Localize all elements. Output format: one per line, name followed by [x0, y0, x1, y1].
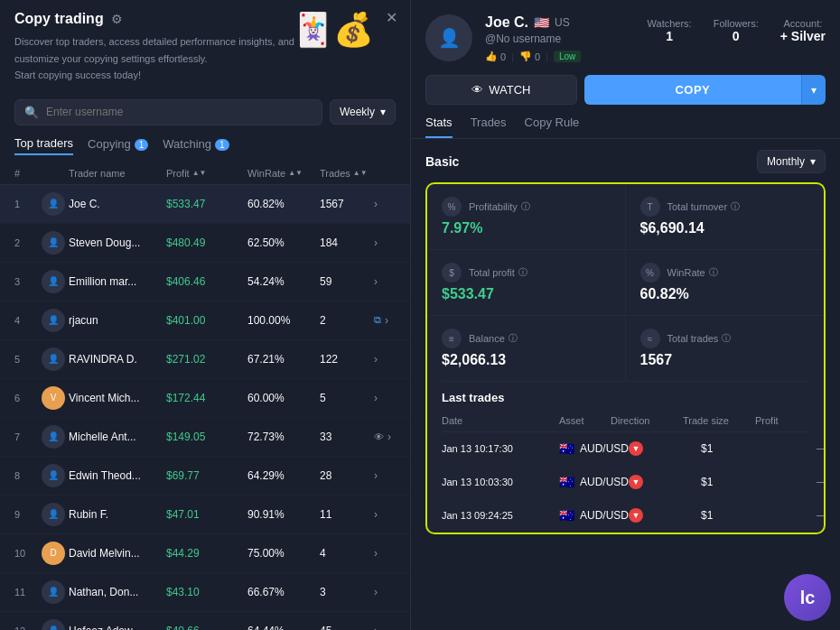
trader-trades: 2: [320, 314, 374, 327]
col-profit: Profit ▲▼: [166, 168, 247, 179]
trader-winrate: 67.21%: [247, 353, 320, 366]
avatar: 👤: [42, 503, 65, 526]
brand-logo[interactable]: lc: [784, 574, 831, 621]
table-row[interactable]: 10 D David Melvin... $44.29 75.00% 4 ›: [0, 534, 410, 573]
eye-icon[interactable]: 👁: [374, 431, 384, 442]
chevron-right-icon: ›: [374, 198, 396, 210]
info-icon[interactable]: ⓘ: [518, 266, 527, 279]
row-num: 3: [14, 276, 42, 287]
likes-count: 0: [500, 51, 506, 62]
stat-winrate: % WinRate ⓘ 60.82%: [626, 250, 825, 316]
profitability-value: 7.97%: [442, 220, 611, 236]
close-button[interactable]: ✕: [386, 9, 397, 26]
trade-date: Jan 13 10:17:30: [442, 443, 559, 454]
tab-copy-rule[interactable]: Copy Rule: [525, 116, 580, 138]
trader-winrate: 60.00%: [247, 392, 320, 404]
copy-icon[interactable]: ⧉: [374, 314, 381, 326]
tab-stats[interactable]: Stats: [425, 116, 453, 138]
table-row[interactable]: 4 👤 rjacun $401.00 100.00% 2 ⧉ ›: [0, 301, 410, 340]
table-row[interactable]: 2 👤 Steven Doug... $480.49 62.50% 184 ›: [0, 224, 410, 263]
copy-button-group: COPY ▾: [584, 75, 826, 105]
winrate-label: WinRate: [667, 267, 705, 278]
user-info: Joe C. 🇺🇸 US @No username 👍 0 | 👎 0 | Lo…: [485, 14, 635, 62]
watchers-value: 1: [648, 29, 692, 43]
trader-name: Hafeez Adew...: [69, 625, 166, 631]
table-row[interactable]: 6 V Vincent Mich... $172.44 60.00% 5 ›: [0, 379, 410, 418]
chevron-right-icon: ›: [374, 469, 396, 482]
stats-grid: % Profitability ⓘ 7.97% T Total turnover…: [425, 182, 826, 534]
right-panel: 👤 Joe C. 🇺🇸 US @No username 👍 0 | 👎 0 |: [411, 0, 840, 630]
avatar: 👤: [42, 309, 65, 332]
trader-winrate: 72.73%: [247, 431, 320, 443]
row-num: 5: [14, 354, 42, 365]
row-num: 7: [14, 431, 42, 442]
stat-profitability: % Profitability ⓘ 7.97%: [427, 184, 626, 250]
balance-value: $2,066.13: [442, 352, 611, 368]
col-date: Date: [442, 415, 559, 426]
gear-icon[interactable]: ⚙: [111, 12, 123, 26]
chevron-right-icon: ›: [374, 392, 396, 404]
tab-top-traders[interactable]: Top traders: [14, 136, 73, 155]
balance-icon: ≡: [442, 329, 462, 348]
table-row[interactable]: 1 👤 Joe C. $533.47 60.82% 1567 ›: [0, 185, 410, 224]
username: @No username: [485, 32, 635, 45]
watchers-label: Watchers:: [648, 18, 692, 29]
trades-icon: ≈: [640, 329, 660, 348]
search-row: 🔍 Weekly ▾: [0, 92, 410, 133]
tab-copying[interactable]: Copying1: [88, 137, 148, 154]
trader-name: Michelle Ant...: [69, 431, 166, 443]
table-row[interactable]: 8 👤 Edwin Theod... $69.77 64.29% 28 ›: [0, 457, 410, 496]
table-row[interactable]: 7 👤 Michelle Ant... $149.05 72.73% 33 👁 …: [0, 418, 410, 457]
trader-trades: 28: [320, 469, 374, 482]
row-icons: ⧉ ›: [374, 314, 396, 327]
trade-profit: —: [773, 476, 826, 488]
row-num: 12: [14, 625, 42, 631]
trader-profit: $40.66: [166, 625, 247, 631]
trader-profit: $406.46: [166, 275, 247, 288]
chevron-right-icon: ›: [374, 625, 396, 631]
period-select[interactable]: Weekly ▾: [330, 99, 396, 125]
table-row[interactable]: 12 👤 Hafeez Adew... $40.66 64.44% 45 ›: [0, 612, 410, 631]
info-icon[interactable]: ⓘ: [521, 200, 530, 213]
tab-watching[interactable]: Watching1: [163, 137, 229, 154]
tab-trades[interactable]: Trades: [471, 116, 507, 138]
avatar: 👤: [42, 347, 65, 371]
avatar: V: [42, 386, 65, 410]
info-icon[interactable]: ⓘ: [709, 266, 718, 279]
tab-watching-label: Watching: [163, 137, 211, 151]
info-icon[interactable]: ⓘ: [509, 332, 518, 345]
tab-top-traders-label: Top traders: [14, 136, 73, 150]
trader-trades: 3: [320, 586, 374, 598]
table-row[interactable]: 11 👤 Nathan, Don... $43.10 66.67% 3 ›: [0, 573, 410, 612]
trader-profile-header: 👤 Joe C. 🇺🇸 US @No username 👍 0 | 👎 0 |: [411, 0, 840, 71]
copy-button[interactable]: COPY: [584, 75, 801, 105]
search-input-wrap[interactable]: 🔍: [14, 99, 322, 125]
stat-balance: ≡ Balance ⓘ $2,066.13: [427, 316, 626, 381]
trader-profit: $480.49: [166, 236, 247, 249]
trader-trades: 45: [320, 625, 374, 631]
info-icon[interactable]: ⓘ: [722, 332, 731, 345]
search-input[interactable]: [46, 106, 313, 118]
watch-button[interactable]: 👁 WATCH: [425, 75, 577, 105]
info-icon[interactable]: ⓘ: [731, 200, 740, 213]
trader-trades: 1567: [320, 198, 374, 210]
trader-name: Emillion mar...: [69, 275, 166, 288]
avatar: 👤: [42, 464, 65, 487]
trader-winrate: 62.50%: [247, 236, 320, 249]
copy-button-dropdown[interactable]: ▾: [801, 75, 826, 105]
total-trades-value: 1567: [640, 352, 810, 368]
trade-profit: —: [773, 509, 826, 522]
table-row[interactable]: 3 👤 Emillion mar... $406.46 54.24% 59 ›: [0, 263, 410, 301]
tabs-row: Top traders Copying1 Watching1: [0, 133, 410, 162]
row-icons: 👁 ›: [374, 431, 396, 443]
winrate-value: 60.82%: [640, 286, 810, 302]
action-row: 👁 WATCH COPY ▾: [411, 71, 840, 116]
table-row[interactable]: 9 👤 Rubin F. $47.01 90.91% 11 ›: [0, 496, 410, 534]
trade-row: Jan 13 09:24:25 🇦🇺 AUD/USD ▼ $1 —: [442, 499, 809, 533]
table-row[interactable]: 5 👤 RAVINDRA D. $271.02 67.21% 122 ›: [0, 340, 410, 379]
period-dropdown[interactable]: Monthly ▾: [757, 150, 826, 173]
asset-flag-icon: 🇦🇺: [559, 508, 574, 523]
trader-profit: $47.01: [166, 508, 247, 521]
stat-total-profit: $ Total profit ⓘ $533.47: [427, 250, 626, 316]
separator: |: [511, 51, 514, 62]
